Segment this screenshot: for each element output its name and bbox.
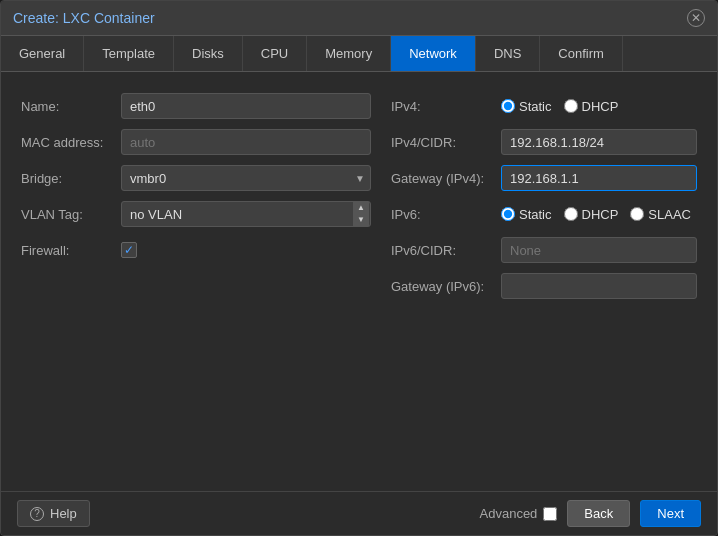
help-icon: ? — [30, 507, 44, 521]
tab-dns[interactable]: DNS — [476, 36, 540, 71]
back-button[interactable]: Back — [567, 500, 630, 527]
vlan-wrapper: ▲ ▼ — [121, 201, 371, 227]
tab-network[interactable]: Network — [391, 36, 476, 71]
footer-right: Advanced Back Next — [480, 500, 701, 527]
gateway-ipv6-row: Gateway (IPv6): — [391, 272, 697, 300]
help-label: Help — [50, 506, 77, 521]
advanced-text: Advanced — [480, 506, 538, 521]
bridge-select[interactable]: vmbr0 — [121, 165, 371, 191]
mac-row: MAC address: — [21, 128, 371, 156]
firewall-row: Firewall: ✓ — [21, 236, 371, 264]
ipv4-label: IPv4: — [391, 99, 501, 114]
vlan-input[interactable] — [121, 201, 371, 227]
tab-general[interactable]: General — [1, 36, 84, 71]
vlan-row: VLAN Tag: ▲ ▼ — [21, 200, 371, 228]
gateway-ipv4-input[interactable] — [501, 165, 697, 191]
ipv4cidr-input[interactable] — [501, 129, 697, 155]
ipv4cidr-label: IPv4/CIDR: — [391, 135, 501, 150]
ipv6-slaac-radio[interactable] — [630, 207, 644, 221]
gateway-ipv6-label: Gateway (IPv6): — [391, 279, 501, 294]
advanced-checkbox[interactable] — [543, 507, 557, 521]
tab-disks[interactable]: Disks — [174, 36, 243, 71]
advanced-label-container[interactable]: Advanced — [480, 506, 558, 521]
ipv6cidr-label: IPv6/CIDR: — [391, 243, 501, 258]
tab-confirm[interactable]: Confirm — [540, 36, 623, 71]
tab-memory[interactable]: Memory — [307, 36, 391, 71]
ipv6-dhcp-label: DHCP — [582, 207, 619, 222]
firewall-checkbox[interactable]: ✓ — [121, 242, 137, 258]
bridge-row: Bridge: vmbr0 ▼ — [21, 164, 371, 192]
ipv4-radio-group: Static DHCP — [501, 99, 697, 114]
bridge-label: Bridge: — [21, 171, 121, 186]
ipv6-static-option[interactable]: Static — [501, 207, 552, 222]
gateway-ipv6-input[interactable] — [501, 273, 697, 299]
ipv6cidr-row: IPv6/CIDR: — [391, 236, 697, 264]
ipv6-slaac-option[interactable]: SLAAC — [630, 207, 691, 222]
ipv6-dhcp-option[interactable]: DHCP — [564, 207, 619, 222]
ipv4-static-radio[interactable] — [501, 99, 515, 113]
gateway-ipv4-row: Gateway (IPv4): — [391, 164, 697, 192]
title-bar: Create: LXC Container ✕ — [1, 1, 717, 36]
next-button[interactable]: Next — [640, 500, 701, 527]
ipv6-static-radio[interactable] — [501, 207, 515, 221]
tabs-bar: General Template Disks CPU Memory Networ… — [1, 36, 717, 72]
footer: ? Help Advanced Back Next — [1, 491, 717, 535]
name-input[interactable] — [121, 93, 371, 119]
ipv6-label: IPv6: — [391, 207, 501, 222]
firewall-label: Firewall: — [21, 243, 121, 258]
name-row: Name: — [21, 92, 371, 120]
name-label: Name: — [21, 99, 121, 114]
firewall-checkbox-container: ✓ — [121, 242, 137, 258]
mac-label: MAC address: — [21, 135, 121, 150]
ipv6-row: IPv6: Static DHCP SLAAC — [391, 200, 697, 228]
vlan-spinners: ▲ ▼ — [353, 202, 369, 226]
left-panel: Name: MAC address: Bridge: vmbr0 ▼ — [21, 92, 371, 471]
ipv6-radio-group: Static DHCP SLAAC — [501, 207, 697, 222]
ipv4cidr-row: IPv4/CIDR: — [391, 128, 697, 156]
ipv6-static-label: Static — [519, 207, 552, 222]
tab-cpu[interactable]: CPU — [243, 36, 307, 71]
bridge-select-wrapper: vmbr0 ▼ — [121, 165, 371, 191]
content-area: Name: MAC address: Bridge: vmbr0 ▼ — [1, 72, 717, 491]
tab-template[interactable]: Template — [84, 36, 174, 71]
ipv4-static-option[interactable]: Static — [501, 99, 552, 114]
ipv4-dhcp-label: DHCP — [582, 99, 619, 114]
dialog-title: Create: LXC Container — [13, 10, 155, 26]
ipv4-dhcp-radio[interactable] — [564, 99, 578, 113]
dialog-container: Create: LXC Container ✕ General Template… — [0, 0, 718, 536]
ipv4-row: IPv4: Static DHCP — [391, 92, 697, 120]
mac-input[interactable] — [121, 129, 371, 155]
ipv6cidr-input[interactable] — [501, 237, 697, 263]
ipv6-dhcp-radio[interactable] — [564, 207, 578, 221]
vlan-spin-down[interactable]: ▼ — [353, 214, 369, 226]
gateway-ipv4-label: Gateway (IPv4): — [391, 171, 501, 186]
ipv4-dhcp-option[interactable]: DHCP — [564, 99, 619, 114]
close-button[interactable]: ✕ — [687, 9, 705, 27]
vlan-spin-up[interactable]: ▲ — [353, 202, 369, 214]
ipv6-slaac-label: SLAAC — [648, 207, 691, 222]
vlan-label: VLAN Tag: — [21, 207, 121, 222]
help-button[interactable]: ? Help — [17, 500, 90, 527]
ipv4-static-label: Static — [519, 99, 552, 114]
right-panel: IPv4: Static DHCP IPv4/CIDR: — [391, 92, 697, 471]
